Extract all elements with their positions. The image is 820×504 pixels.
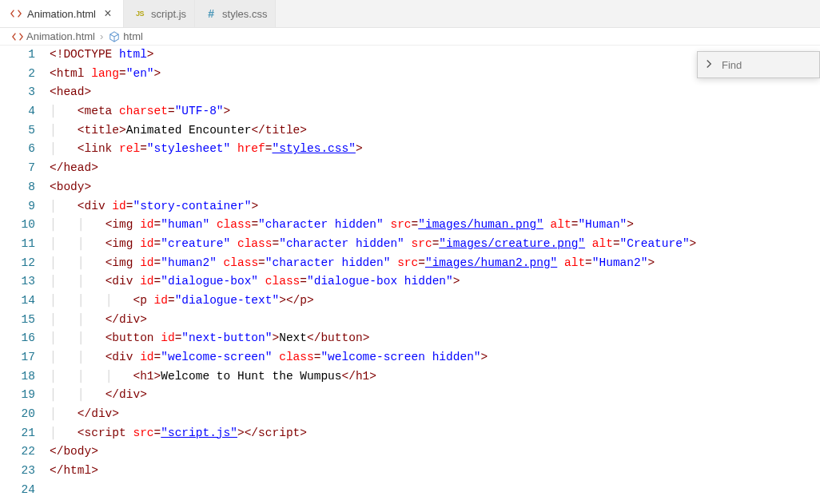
code-line[interactable]: │ │ </div> bbox=[50, 311, 820, 330]
line-number: 16 bbox=[0, 329, 35, 348]
line-number: 10 bbox=[0, 216, 35, 235]
tab-animation-html[interactable]: Animation.html× bbox=[0, 0, 124, 27]
tab-styles-css[interactable]: #styles.css bbox=[195, 0, 276, 27]
line-number: 12 bbox=[0, 254, 35, 273]
line-number: 11 bbox=[0, 235, 35, 254]
code-line[interactable]: │ <link rel="stylesheet" href="styles.cs… bbox=[50, 140, 820, 159]
breadcrumb: Animation.html › html bbox=[0, 28, 820, 46]
code-area[interactable]: <!DOCTYPE html><html lang="en"><head>│ <… bbox=[50, 46, 820, 500]
line-number: 15 bbox=[0, 311, 35, 330]
breadcrumb-symbol[interactable]: html bbox=[123, 30, 143, 42]
code-line[interactable]: │ <title>Animated Encounter</title> bbox=[50, 121, 820, 141]
breadcrumb-file[interactable]: Animation.html bbox=[26, 30, 95, 42]
code-line[interactable]: │ │ <div id="dialogue-box" class="dialog… bbox=[50, 272, 820, 292]
code-line[interactable]: │ <div id="story-container"> bbox=[50, 197, 820, 216]
code-line[interactable] bbox=[50, 481, 820, 500]
file-html-icon bbox=[11, 30, 23, 42]
line-number: 7 bbox=[0, 159, 35, 178]
code-line[interactable]: │ │ <img id="human2" class="character hi… bbox=[50, 254, 820, 273]
js-file-icon: JS bbox=[133, 7, 146, 20]
tab-label: styles.css bbox=[222, 8, 267, 20]
line-number: 9 bbox=[0, 197, 35, 216]
code-line[interactable]: │ </div> bbox=[50, 405, 820, 424]
code-line[interactable]: │ <script src="script.js"></script> bbox=[50, 424, 820, 443]
line-number: 6 bbox=[0, 140, 35, 159]
code-line[interactable]: │ │ <img id="human" class="character hid… bbox=[50, 216, 820, 235]
code-line[interactable]: │ │ </div> bbox=[50, 386, 820, 405]
chevron-right-icon[interactable] bbox=[704, 58, 714, 71]
code-line[interactable]: │ │ <img id="creature" class="character … bbox=[50, 235, 820, 254]
code-line[interactable]: </head> bbox=[50, 159, 820, 178]
code-line[interactable]: │ │ <div id="welcome-screen" class="welc… bbox=[50, 348, 820, 367]
line-number: 5 bbox=[0, 121, 35, 141]
tab-bar: Animation.html×JSscript.js#styles.css bbox=[0, 0, 820, 28]
html-file-icon bbox=[10, 7, 22, 20]
line-number: 23 bbox=[0, 462, 35, 481]
line-number: 19 bbox=[0, 386, 35, 405]
breadcrumb-sep: › bbox=[98, 30, 105, 42]
code-line[interactable]: <body> bbox=[50, 178, 820, 197]
find-widget[interactable] bbox=[697, 51, 820, 78]
editor[interactable]: 123456789101112131415161718192021222324 … bbox=[0, 46, 820, 500]
line-number: 1 bbox=[0, 46, 35, 65]
line-number: 13 bbox=[0, 272, 35, 292]
line-number: 17 bbox=[0, 348, 35, 367]
line-number: 18 bbox=[0, 367, 35, 387]
line-number: 3 bbox=[0, 83, 35, 102]
code-line[interactable]: │ <meta charset="UTF-8"> bbox=[50, 102, 820, 121]
tab-label: script.js bbox=[151, 8, 186, 20]
line-number: 8 bbox=[0, 178, 35, 197]
line-number: 4 bbox=[0, 102, 35, 121]
code-line[interactable]: </html> bbox=[50, 462, 820, 481]
code-line[interactable]: </body> bbox=[50, 442, 820, 462]
code-line[interactable]: │ │ │ <p id="dialogue-text"></p> bbox=[50, 292, 820, 311]
tab-label: Animation.html bbox=[27, 8, 96, 20]
line-number: 21 bbox=[0, 424, 35, 443]
gutter: 123456789101112131415161718192021222324 bbox=[0, 46, 50, 500]
line-number: 22 bbox=[0, 442, 35, 462]
symbol-icon bbox=[108, 30, 120, 42]
css-file-icon: # bbox=[205, 7, 217, 20]
tab-script-js[interactable]: JSscript.js bbox=[124, 0, 195, 27]
code-line[interactable]: │ │ │ <h1>Welcome to Hunt the Wumpus</h1… bbox=[50, 367, 820, 387]
line-number: 24 bbox=[0, 481, 35, 500]
line-number: 20 bbox=[0, 405, 35, 424]
close-icon[interactable]: × bbox=[101, 6, 115, 21]
line-number: 2 bbox=[0, 65, 35, 84]
line-number: 14 bbox=[0, 292, 35, 311]
find-input[interactable] bbox=[722, 59, 814, 71]
code-line[interactable]: <head> bbox=[50, 83, 820, 102]
code-line[interactable]: │ │ <button id="next-button">Next</butto… bbox=[50, 329, 820, 348]
